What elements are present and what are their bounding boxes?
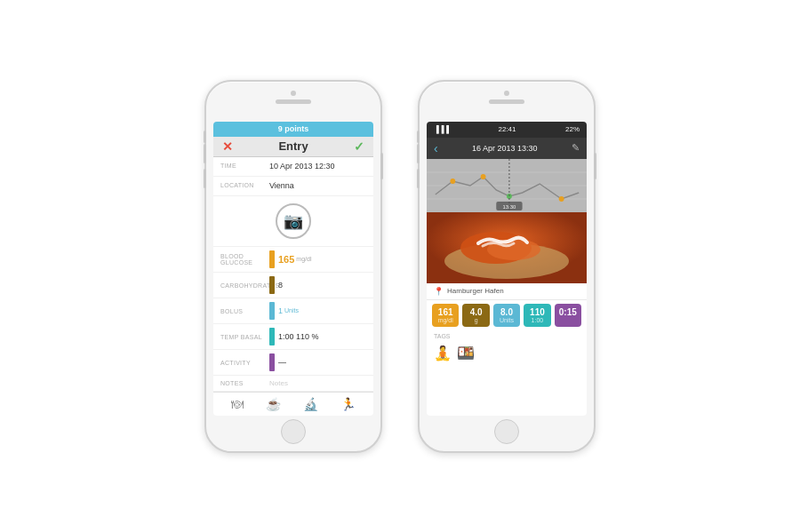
phone-1-power-btn [380, 153, 383, 179]
notes-placeholder[interactable]: Notes [269, 379, 288, 387]
tag-icon-2[interactable]: 🍱 [457, 345, 475, 361]
phone-1-speaker [276, 99, 311, 104]
temp-basal-label: TEMP BASAL [220, 333, 269, 340]
activity-value: — [278, 358, 286, 367]
tags-section: TAGS [427, 330, 587, 342]
stat-glucose-unit: mg/dl [438, 317, 453, 323]
phone-2-vol-up-btn [417, 144, 420, 163]
stat-basal-value: 110 [530, 307, 545, 317]
temp-basal-row: TEMP BASAL 1:00 110 % [213, 324, 373, 350]
bolus-value: 1 [278, 306, 283, 315]
nav-icon-activity[interactable]: 🏃 [340, 397, 356, 411]
stat-carbs: 4.0 g [462, 304, 489, 327]
stat-basal-sub: 1:00 [532, 317, 544, 323]
close-button[interactable]: ✕ [222, 139, 233, 154]
carbohydrates-row: CARBOHYDRATES 8 [213, 273, 373, 298]
battery-indicator: 22% [565, 125, 580, 133]
phone-1-home-button[interactable] [281, 419, 306, 444]
svg-point-7 [559, 196, 564, 202]
tag-icons-row: 🧘 🍱 [427, 342, 587, 364]
bolus-unit: Units [284, 307, 299, 314]
food-image: Rice with fish [427, 212, 587, 283]
stat-glucose-value: 161 [438, 307, 453, 317]
phone-1-vol-down-btn [204, 169, 206, 188]
location-name: Hamburger Hafen [447, 287, 504, 295]
back-button[interactable]: ‹ [434, 141, 438, 155]
notes-row: NOTES Notes [213, 376, 373, 392]
bg-value: 165 [278, 254, 294, 265]
bottom-nav: 🍽 ☕ 🔬 🏃 [213, 392, 373, 416]
edit-button[interactable]: ✎ [572, 142, 580, 154]
phone-2-power-btn [594, 153, 596, 179]
phone-2-silent-btn [417, 131, 420, 143]
time-label: TIME [220, 162, 269, 169]
stat-carbs-unit: g [475, 317, 478, 323]
tag-icon-1[interactable]: 🧘 [434, 345, 452, 361]
bolus-row: BOLUS 1 Units [213, 298, 373, 324]
time-row: TIME 10 Apr 2013 12:30 [213, 157, 373, 177]
entry-header: ✕ Entry ✓ [213, 137, 373, 157]
phone-1-vol-up-btn [204, 144, 206, 163]
bolus-indicator [269, 302, 275, 320]
entry-title: Entry [278, 139, 308, 153]
signal-icon: ▐▐▐ [434, 125, 449, 133]
stat-temp-basal: 110 1:00 [524, 304, 550, 327]
location-row-2: 📍 Hamburger Hafen [427, 283, 587, 300]
phone-2-home-button[interactable] [494, 419, 519, 444]
activity-row: ACTIVITY — [213, 350, 373, 376]
tags-label: TAGS [434, 333, 451, 339]
camera-icon[interactable]: 📷 [276, 203, 311, 239]
location-value: Vienna [269, 181, 294, 190]
notes-label: NOTES [220, 379, 269, 386]
status-bar: ▐▐▐ 22:41 22% [427, 122, 587, 138]
activity-label: ACTIVITY [220, 359, 269, 366]
temp-basal-indicator [269, 328, 275, 345]
points-label: 9 points [278, 124, 309, 133]
detail-header: ‹ 16 Apr 2013 13:30 ✎ [427, 138, 587, 159]
phone-2-vol-down-btn [417, 169, 420, 188]
bg-indicator [269, 250, 275, 268]
bg-unit: mg/dl [296, 256, 311, 262]
main-scene: 9 points ✕ Entry ✓ TIME 10 Apr 2013 12:3… [204, 80, 596, 453]
nav-icon-test[interactable]: 🔬 [303, 397, 318, 411]
stat-time-value: 0:15 [559, 307, 577, 317]
points-bar: 9 points [213, 122, 373, 137]
time-value: 10 Apr 2013 12:30 [269, 162, 335, 171]
bolus-label: BOLUS [220, 307, 269, 314]
phone-2-screen: ▐▐▐ 22:41 22% ‹ 16 Apr 2013 13:30 ✎ [427, 122, 587, 416]
confirm-button[interactable]: ✓ [354, 139, 364, 154]
bg-label: BLOOD GLUCOSE [220, 252, 269, 266]
svg-point-4 [450, 179, 455, 184]
carbs-label: CARBOHYDRATES [220, 282, 269, 289]
activity-indicator [269, 353, 275, 371]
phone-2-speaker [489, 99, 524, 104]
stat-glucose: 161 mg/dl [432, 304, 459, 327]
photo-area[interactable]: 📷 [213, 196, 373, 247]
blood-glucose-row: BLOOD GLUCOSE 165 mg/dl [213, 247, 373, 273]
phone-2: ▐▐▐ 22:41 22% ‹ 16 Apr 2013 13:30 ✎ [418, 80, 596, 453]
location-row: LOCATION Vienna [213, 177, 373, 196]
phone-1-screen: 9 points ✕ Entry ✓ TIME 10 Apr 2013 12:3… [213, 122, 373, 416]
glucose-chart: 13:30 [427, 159, 587, 212]
carbs-indicator [269, 276, 275, 294]
svg-text:13:30: 13:30 [503, 203, 516, 209]
phone-1: 9 points ✕ Entry ✓ TIME 10 Apr 2013 12:3… [204, 80, 382, 453]
stat-bolus-value: 8.0 [500, 307, 513, 317]
nav-icon-drink[interactable]: ☕ [266, 397, 281, 411]
svg-point-5 [481, 174, 486, 179]
location-pin-icon: 📍 [434, 287, 444, 296]
nav-icon-food[interactable]: 🍽 [231, 397, 244, 411]
temp-basal-value: 1:00 110 % [278, 332, 319, 341]
stat-bolus-unit: Units [500, 317, 514, 323]
chart-svg: 13:30 [427, 159, 587, 212]
stat-bolus: 8.0 Units [493, 304, 520, 327]
phone-1-silent-btn [204, 131, 206, 143]
stat-time: 0:15 [555, 304, 581, 327]
detail-date: 16 Apr 2013 13:30 [445, 144, 564, 153]
stat-carbs-value: 4.0 [470, 307, 483, 317]
stats-row: 161 mg/dl 4.0 g 8.0 Units 110 1:00 0:15 [427, 300, 587, 330]
location-label: LOCATION [220, 181, 269, 188]
carbs-value: 8 [278, 281, 283, 290]
clock: 22:41 [498, 125, 516, 133]
